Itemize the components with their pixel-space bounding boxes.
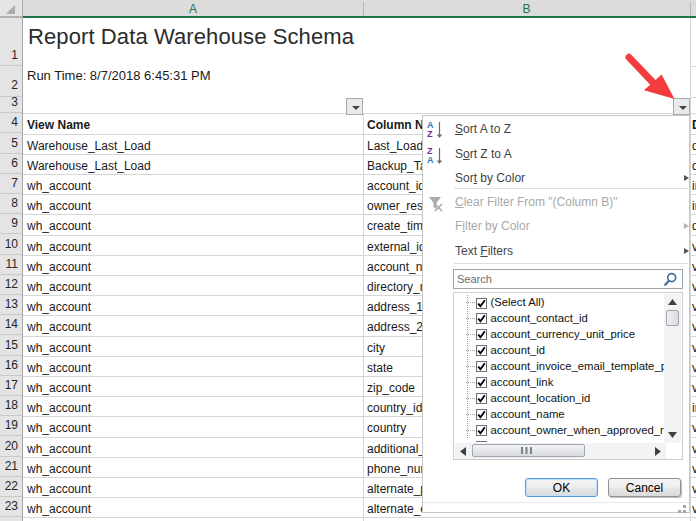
svg-text:Z: Z: [427, 129, 433, 139]
svg-text:A: A: [427, 155, 434, 165]
